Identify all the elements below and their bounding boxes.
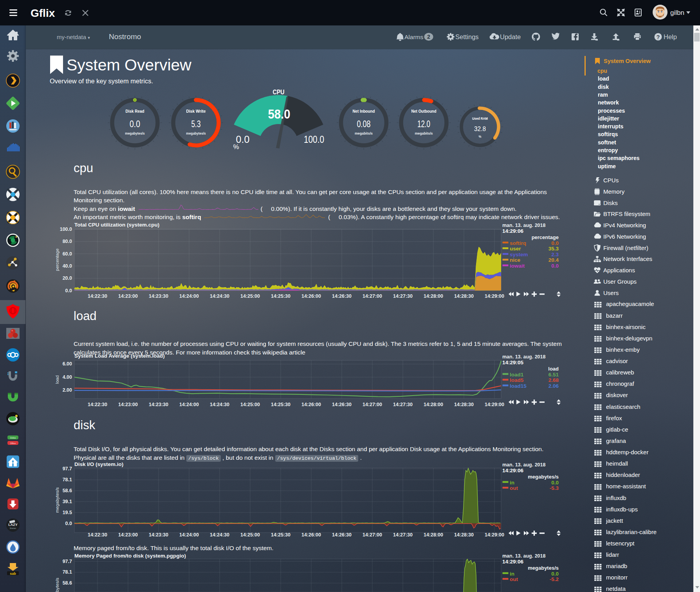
svg-text:hddtemp-docker: hddtemp-docker [606, 449, 648, 455]
svg-text:gitlab-ce: gitlab-ce [606, 426, 628, 433]
svg-text:interrupts: interrupts [598, 123, 624, 130]
svg-text:elasticsearch: elasticsearch [606, 403, 640, 410]
svg-text:Applications: Applications [603, 267, 635, 274]
svg-text:binhex-emby: binhex-emby [606, 346, 640, 353]
svg-text:CPUs: CPUs [603, 177, 619, 184]
svg-text:Disks: Disks [603, 200, 618, 206]
svg-text:bazarr: bazarr [606, 312, 623, 319]
svg-text:calibreweb: calibreweb [606, 369, 634, 376]
svg-text:heimdall: heimdall [606, 460, 628, 467]
svg-text:softnet: softnet [598, 139, 616, 146]
svg-text:idlejitter: idlejitter [598, 115, 619, 122]
svg-text:disk: disk [598, 84, 609, 90]
svg-text:hiddenloader: hiddenloader [606, 471, 640, 478]
svg-text:softirqs: softirqs [598, 131, 618, 137]
svg-text:jackett: jackett [606, 517, 623, 524]
svg-text:IPv4 Networking: IPv4 Networking [603, 222, 646, 229]
svg-text:IPv6 Networking: IPv6 Networking [603, 233, 646, 240]
svg-text:firefox: firefox [606, 415, 622, 421]
svg-text:lidarr: lidarr [606, 551, 619, 558]
svg-text:BTRFS filesystem: BTRFS filesystem [603, 211, 650, 217]
svg-text:load: load [598, 76, 609, 82]
svg-text:ipc semaphores: ipc semaphores [598, 155, 640, 161]
svg-text:Users: Users [603, 290, 619, 296]
svg-text:netdata: netdata [606, 585, 626, 592]
svg-text:entropy: entropy [598, 147, 618, 153]
svg-text:lazylibrarian-calibre: lazylibrarian-calibre [606, 529, 657, 535]
svg-text:apacheguacamole: apacheguacamole [606, 300, 654, 307]
svg-text:System Overview: System Overview [604, 58, 651, 64]
svg-text:binhex-airsonic: binhex-airsonic [606, 324, 646, 330]
svg-text:binhex-delugevpn: binhex-delugevpn [606, 335, 652, 342]
svg-text:User Groups: User Groups [603, 278, 637, 285]
svg-text:letsencrypt: letsencrypt [606, 540, 635, 547]
svg-text:Memory: Memory [603, 188, 625, 195]
svg-text:uptime: uptime [598, 163, 616, 169]
svg-text:processes: processes [598, 108, 625, 114]
svg-text:monitorr: monitorr [606, 574, 628, 581]
svg-text:influxdb-ups: influxdb-ups [606, 506, 638, 513]
svg-text:influxdb: influxdb [606, 495, 626, 501]
svg-text:ram: ram [598, 92, 608, 98]
svg-text:Firewall (netfilter): Firewall (netfilter) [603, 245, 648, 251]
svg-text:diskover: diskover [606, 392, 628, 398]
svg-text:grafana: grafana [606, 437, 626, 444]
svg-text:home-assistant: home-assistant [606, 483, 646, 489]
svg-text:chronograf: chronograf [606, 380, 635, 387]
svg-text:mariadb: mariadb [606, 563, 627, 569]
svg-text:cadvisor: cadvisor [606, 358, 628, 364]
svg-text:Network Interfaces: Network Interfaces [603, 256, 652, 262]
svg-text:cpu: cpu [597, 68, 607, 74]
svg-text:network: network [598, 99, 619, 106]
